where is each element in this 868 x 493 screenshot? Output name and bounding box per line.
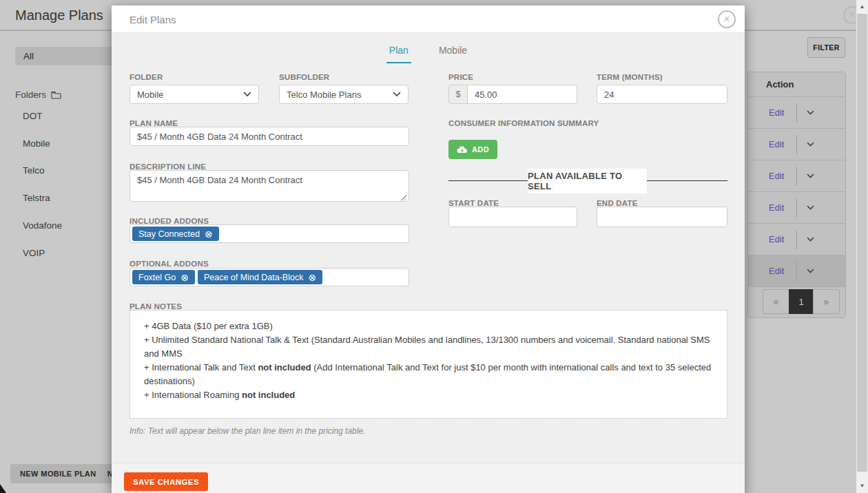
addon-tag: Stay Connected ⊗	[132, 227, 219, 241]
subfolder-select[interactable]: Telco Mobile Plans	[279, 85, 409, 104]
edit-plans-modal: Edit Plans ✕ Plan Mobile FOLDER SUBFOLDE…	[112, 6, 745, 493]
cloud-upload-icon	[457, 146, 468, 154]
scrollbar-thumb[interactable]	[857, 14, 867, 472]
addon-tag: Peace of Mind Data-Block ⊗	[198, 270, 322, 284]
remove-tag-icon[interactable]: ⊗	[180, 273, 189, 282]
end-date-input[interactable]	[597, 207, 727, 227]
term-input[interactable]	[597, 85, 727, 104]
folder-label: FOLDER	[130, 73, 163, 81]
modal-footer: SAVE CHANGES	[112, 463, 745, 493]
price-label: PRICE	[448, 73, 473, 81]
modal-tabs: Plan Mobile	[112, 45, 745, 63]
subfolder-label: SUBFOLDER	[279, 73, 329, 81]
resize-handle[interactable]	[400, 194, 406, 200]
tab-plan[interactable]: Plan	[386, 45, 411, 63]
term-label: TERM (MONTHS)	[597, 73, 663, 81]
addon-tag-label: Foxtel Go	[138, 273, 176, 282]
plan-notes-editor[interactable]: + 4GB Data ($10 per extra 1GB) + Unlimit…	[130, 310, 727, 419]
plan-name-input[interactable]	[130, 127, 409, 146]
save-changes-button[interactable]: SAVE CHANGES	[124, 472, 208, 491]
add-cis-button[interactable]: ADD	[448, 140, 497, 159]
chevron-down-icon	[243, 92, 251, 97]
scroll-up-icon[interactable]: ▲	[856, 1, 868, 12]
remove-tag-icon[interactable]: ⊗	[308, 273, 316, 282]
plan-notes-info-text: Info: Text will appear below the plan li…	[130, 426, 365, 436]
plan-notes-line: + International Talk and Text not includ…	[144, 361, 713, 388]
chevron-down-icon	[393, 92, 401, 97]
folder-select[interactable]: Mobile	[130, 85, 259, 104]
modal-header: Edit Plans ✕	[112, 6, 745, 33]
close-icon[interactable]: ✕	[718, 10, 736, 28]
price-input[interactable]	[468, 85, 577, 104]
plan-notes-line: + Unlimited Standard National Talk & Tex…	[144, 333, 713, 361]
vertical-scrollbar[interactable]: ▲ ▼	[856, 0, 868, 493]
cursor-artifact	[0, 484, 6, 493]
description-line-textarea[interactable]: $45 / Month 4GB Data 24 Month Contract	[130, 170, 409, 202]
addon-tag-label: Stay Connected	[138, 229, 200, 239]
subfolder-select-value: Telco Mobile Plans	[287, 90, 393, 100]
plan-available-label: PLAN AVAILABLE TO SELL	[528, 169, 647, 193]
addon-tag-label: Peace of Mind Data-Block	[204, 273, 304, 282]
optional-addons-label: OPTIONAL ADDONS	[130, 260, 209, 268]
folder-select-value: Mobile	[137, 90, 243, 100]
add-button-label: ADD	[472, 145, 489, 154]
included-addons-field[interactable]: Stay Connected ⊗	[130, 224, 409, 243]
start-date-input[interactable]	[448, 207, 577, 227]
scroll-down-icon[interactable]: ▼	[856, 481, 868, 492]
price-currency-prefix: $	[448, 85, 468, 104]
remove-tag-icon[interactable]: ⊗	[205, 229, 213, 239]
modal-title: Edit Plans	[130, 14, 176, 25]
screen: Manage Plans All Folders DOT Mobile Telc…	[0, 0, 868, 493]
optional-addons-field[interactable]: Foxtel Go ⊗ Peace of Mind Data-Block ⊗	[130, 268, 409, 286]
consumer-info-summary-label: CONSUMER INFORMATION SUMMARY	[448, 119, 599, 127]
plan-notes-line: + International Roaming not included	[144, 388, 713, 402]
tab-mobile[interactable]: Mobile	[436, 45, 470, 63]
addon-tag: Foxtel Go ⊗	[132, 270, 195, 284]
plan-notes-line: + 4GB Data ($10 per extra 1GB)	[144, 319, 713, 333]
